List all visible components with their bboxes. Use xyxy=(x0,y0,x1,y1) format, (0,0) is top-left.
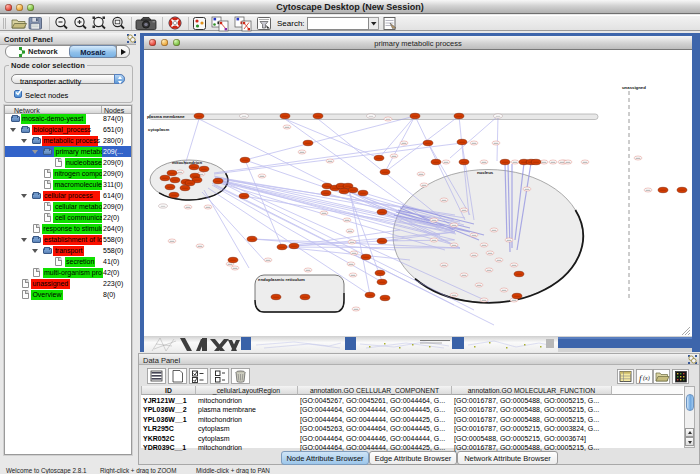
svg-text:nucleus: nucleus xyxy=(477,170,494,175)
svg-text:cytoplasm: cytoplasm xyxy=(148,127,169,132)
svg-text:mitochondrion: mitochondrion xyxy=(172,160,202,165)
svg-text:(x): (x) xyxy=(643,375,650,382)
svg-text:unassigned: unassigned xyxy=(622,85,646,90)
svg-text:endoplasmic reticulum: endoplasmic reticulum xyxy=(258,277,305,282)
svg-text:plasma membrane: plasma membrane xyxy=(147,114,185,119)
